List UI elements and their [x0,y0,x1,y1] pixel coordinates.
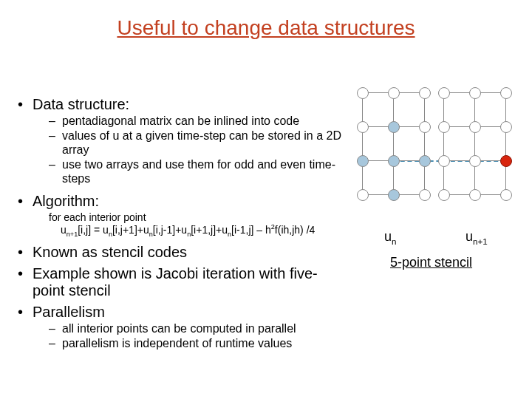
content-area: Data structure: pentadiagonal matrix can… [16,96,341,358]
stencil-node-target [500,155,512,167]
bullet-text: Data structure: [33,96,129,112]
sub-list: pentadiagonal matrix can be inlined into… [33,115,341,187]
bullet-stencil-codes: Known as stencil codes [16,244,341,264]
code-line-formula: un+1[i,j] = un[i,j+1]+un[i,j-1]+un[i+1,j… [49,224,341,236]
stencil-node-east [419,155,431,167]
bullet-parallelism: Parallelism all interior points can be c… [16,304,341,357]
bullet-algorithm: Algorithm: for each interior point un+1[… [16,193,341,242]
stencil-node-south [388,189,400,201]
sub-bullet: values of u at a given time-step can be … [49,129,341,158]
slide-title: Useful to change data structures [0,16,532,40]
grid-unp1 [443,92,505,194]
algorithm-block: for each interior point un+1[i,j] = un[i… [49,211,341,236]
code-line: for each interior point [49,211,341,224]
label-un: un [384,229,397,245]
sub-list: all interior points can be computed in p… [33,322,341,352]
diagram-caption: 5-point stencil [390,255,472,270]
sub-bullet: use two arrays and use them for odd and … [49,158,341,187]
stencil-node-north [388,121,400,133]
grid-un [362,92,424,194]
bullet-list: Data structure: pentadiagonal matrix can… [16,96,341,356]
sub-bullet: pentadiagonal matrix can be inlined into… [49,115,341,129]
sub-bullet: all interior points can be computed in p… [49,322,341,337]
label-unp1: un+1 [466,229,488,245]
bullet-data-structure: Data structure: pentadiagonal matrix can… [16,96,341,191]
stencil-node-west [357,155,369,167]
bullet-text: Algorithm: [33,193,99,209]
sub-bullet: parallelism is independent of runtime va… [49,337,341,352]
stencil-node-center [388,155,400,167]
bullet-text: Parallelism [33,304,105,320]
stencil-diagram: un un+1 5-point stencil [362,92,517,284]
slide: Useful to change data structures Data st… [0,0,532,399]
bullet-jacobi: Example shown is Jacobi iteration with f… [16,265,341,302]
